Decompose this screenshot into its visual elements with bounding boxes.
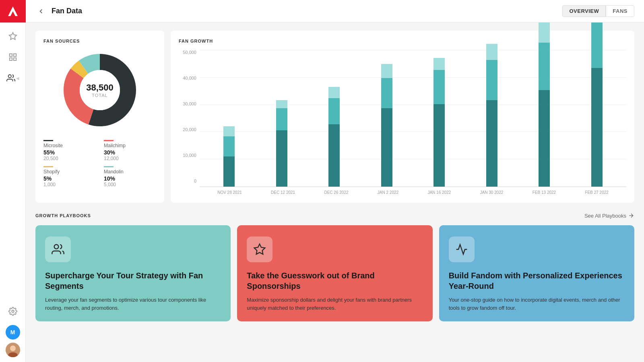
bar-stack-2	[328, 87, 340, 187]
microsite-pct: 55%	[43, 149, 96, 156]
donut-label: TOTAL	[86, 93, 113, 98]
playbook-icon-wrap-sponsorship	[247, 237, 272, 262]
microsite-color	[43, 140, 53, 141]
playbook-card-fandom[interactable]: Build Fandom with Personalized Experienc…	[439, 225, 634, 321]
x-label-4: JAN 16 2022	[427, 190, 451, 195]
avatar-img[interactable]	[6, 343, 20, 357]
bar-group-0	[223, 126, 235, 187]
bar-dark-6	[539, 90, 550, 187]
mandolin-pct: 10%	[104, 175, 156, 182]
svg-point-9	[10, 346, 16, 351]
y-axis: 0 10,000 20,000 30,000 40,000 50,000	[179, 50, 200, 195]
bar-mid-5	[486, 60, 497, 100]
topbar: Fan Data OVERVIEW FANS	[26, 0, 644, 23]
playbook-title-fandom: Build Fandom with Personalized Experienc…	[449, 270, 625, 291]
mandolin-label: Mandolin	[104, 169, 156, 175]
chart-area	[200, 50, 626, 187]
users-group-icon	[52, 243, 64, 256]
tab-overview[interactable]: OVERVIEW	[562, 5, 606, 17]
sidebar-item-users[interactable]: ◀	[4, 69, 22, 87]
sidebar-settings[interactable]	[4, 302, 22, 320]
bar-group-5	[486, 44, 497, 187]
bar-dark-7	[591, 68, 603, 187]
svg-point-6	[8, 75, 11, 78]
playbook-desc-tour: Leverage your fan segments to optimize v…	[45, 296, 221, 312]
chart-and-labels: NOV 28 2021 DEC 12 2021 DEC 26 2022 JAN …	[200, 50, 626, 195]
sidebar-item-grid[interactable]	[4, 48, 22, 66]
shopify-color	[43, 166, 53, 167]
svg-rect-2	[9, 54, 12, 56]
y-label-5: 50,000	[179, 50, 200, 55]
sidebar: ◀ M	[0, 0, 26, 362]
bar-group-4	[433, 58, 445, 187]
logo[interactable]	[0, 0, 26, 23]
legend-shopify: Shopify 5% 1,000	[43, 166, 96, 187]
bar-stack-5	[486, 44, 497, 187]
y-label-1: 10,000	[179, 153, 200, 158]
back-button[interactable]	[35, 6, 47, 17]
mailchimp-color	[104, 140, 114, 141]
playbook-card-tour[interactable]: Supercharge Your Tour Strategy with Fan …	[35, 225, 231, 321]
svg-rect-5	[13, 58, 16, 60]
bar-group-2	[328, 87, 340, 187]
x-label-7: FEB 27 2022	[585, 190, 608, 195]
microsite-label: Microsite	[43, 143, 96, 148]
svg-rect-4	[9, 58, 12, 60]
page-title: Fan Data	[52, 7, 82, 15]
playbooks-grid: Supercharge Your Tour Strategy with Fan …	[35, 225, 634, 321]
donut-chart: 38,500 TOTAL	[60, 50, 140, 130]
x-label-5: JAN 30 2022	[480, 190, 504, 195]
playbooks-title: GROWTH PLAYBOOKS	[35, 213, 91, 218]
sidebar-item-star[interactable]	[4, 27, 22, 45]
charts-row: FAN SOURCES	[35, 31, 634, 203]
main-content: Fan Data OVERVIEW FANS FAN SOURCES	[26, 0, 644, 362]
svg-marker-1	[9, 33, 16, 39]
bar-dark-3	[381, 108, 392, 187]
legend-mailchimp: Mailchimp 30% 12,000	[104, 140, 156, 161]
donut-container: 38,500 TOTAL Microsite 55% 20,500	[43, 50, 156, 187]
bar-light-6	[539, 23, 550, 43]
svg-marker-0	[8, 6, 18, 16]
tab-fans[interactable]: FANS	[606, 5, 634, 17]
bar-light-0	[223, 126, 235, 136]
bar-mid-2	[328, 98, 340, 124]
bar-mid-7	[591, 23, 603, 68]
see-all-label: See All Playbooks	[584, 213, 626, 219]
x-axis-labels: NOV 28 2021 DEC 12 2021 DEC 26 2022 JAN …	[200, 188, 626, 195]
mailchimp-pct: 30%	[104, 149, 156, 156]
topbar-tabs: OVERVIEW FANS	[562, 5, 634, 17]
fan-growth-title: FAN GROWTH	[179, 39, 626, 43]
arrow-right-icon	[628, 212, 634, 219]
bar-group-6	[539, 23, 550, 187]
bar-stack-4	[433, 58, 445, 187]
avatar-m[interactable]: M	[6, 325, 20, 339]
fan-growth-card: FAN GROWTH 0 10,000 20,000 30,000 40,000…	[171, 31, 634, 203]
shopify-pct: 5%	[43, 175, 96, 182]
y-label-0: 0	[179, 179, 200, 183]
mailchimp-count: 12,000	[104, 156, 156, 161]
playbooks-section: GROWTH PLAYBOOKS See All Playbooks Super	[35, 212, 634, 321]
mailchimp-label: Mailchimp	[104, 143, 156, 148]
bar-chart-wrapper: 0 10,000 20,000 30,000 40,000 50,000	[179, 50, 626, 195]
bar-mid-4	[433, 70, 445, 104]
playbook-icon-wrap-tour	[45, 237, 71, 262]
bar-mid-1	[276, 108, 287, 130]
mandolin-color	[104, 166, 114, 167]
playbook-title-sponsorship: Take the Guesswork out of Brand Sponsors…	[247, 270, 423, 291]
bar-dark-5	[486, 100, 497, 187]
fan-sources-card: FAN SOURCES	[35, 31, 164, 203]
bars-container	[200, 50, 626, 187]
bar-mid-6	[539, 43, 550, 90]
playbooks-header: GROWTH PLAYBOOKS See All Playbooks	[35, 212, 634, 219]
donut-center: 38,500 TOTAL	[86, 82, 113, 98]
donut-total: 38,500	[86, 82, 113, 93]
bar-light-4	[433, 58, 445, 70]
fan-sources-title: FAN SOURCES	[43, 39, 156, 43]
shopify-label: Shopify	[43, 169, 96, 175]
see-all-button[interactable]: See All Playbooks	[584, 212, 634, 219]
x-label-0: NOV 28 2021	[217, 190, 242, 195]
svg-point-7	[12, 310, 14, 313]
playbook-card-sponsorship[interactable]: Take the Guesswork out of Brand Sponsors…	[237, 225, 432, 321]
microsite-count: 20,500	[43, 156, 96, 161]
bar-dark-1	[276, 130, 287, 187]
